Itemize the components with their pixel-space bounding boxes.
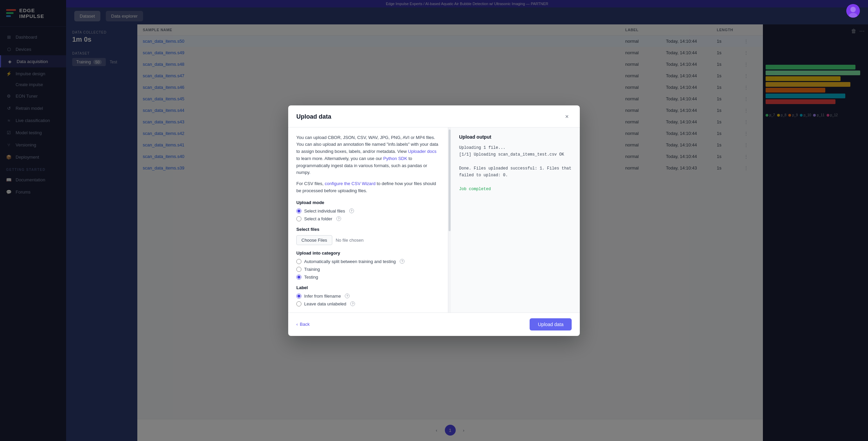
modal-body: You can upload CBOR, JSON, CSV, WAV, JPG… (288, 127, 580, 313)
user-avatar[interactable] (846, 4, 860, 18)
upload-category-group: Automatically split between training and… (296, 259, 440, 280)
back-arrow-icon: ‹ (296, 322, 298, 327)
modal-left-panel: You can upload CBOR, JSON, CSV, WAV, JPG… (288, 127, 448, 313)
csv-wizard-link[interactable]: configure the CSV Wizard (325, 181, 376, 186)
python-sdk-link[interactable]: Python SDK (383, 156, 407, 161)
log-line-4: Done. Files uploaded successful: 1. File… (459, 165, 572, 179)
upload-modal: Upload data × You can upload CBOR, JSON,… (288, 105, 580, 336)
upload-mode-group: Select individual files ? Select a folde… (296, 208, 440, 221)
output-title: Upload output (459, 134, 572, 140)
help-icon: ? (349, 208, 354, 213)
file-input-area: Choose Files No file chosen (296, 235, 440, 245)
radio-training[interactable]: Training (296, 267, 440, 272)
radio-folder-input[interactable] (296, 216, 301, 221)
uploader-docs-link[interactable]: Uploader docs (408, 149, 436, 154)
back-button[interactable]: ‹ Back (296, 322, 310, 327)
log-line-1: Uploading 1 file... (459, 144, 572, 151)
label-group: Infer from filename ? Leave data unlabel… (296, 294, 440, 306)
radio-testing[interactable]: Testing (296, 275, 440, 280)
modal-overlay: Upload data × You can upload CBOR, JSON,… (0, 0, 868, 441)
modal-right-panel: Upload output Uploading 1 file... [1/1] … (451, 127, 580, 313)
radio-infer-input[interactable] (296, 294, 301, 299)
upload-mode-title: Upload mode (296, 200, 440, 205)
radio-individual-files[interactable]: Select individual files ? (296, 208, 440, 214)
output-log: Uploading 1 file... [1/1] Uploading scan… (459, 144, 572, 193)
log-line-2: [1/1] Uploading scan_data_items_test.csv… (459, 151, 572, 158)
upload-data-button[interactable]: Upload data (530, 318, 572, 330)
modal-title: Upload data (296, 113, 331, 120)
upload-category-title: Upload into category (296, 250, 440, 256)
avatar-image (846, 4, 860, 18)
scroll-track[interactable] (448, 127, 451, 313)
radio-training-input[interactable] (296, 267, 301, 272)
radio-select-folder[interactable]: Select a folder ? (296, 216, 440, 221)
radio-unlabeled-input[interactable] (296, 301, 301, 306)
help-icon-4: ? (345, 294, 350, 298)
modal-close-button[interactable]: × (562, 112, 572, 122)
log-line-success: Job completed (459, 186, 572, 193)
modal-header: Upload data × (288, 105, 580, 127)
radio-auto-split-input[interactable] (296, 259, 301, 264)
scroll-thumb (449, 129, 451, 231)
radio-leave-unlabeled[interactable]: Leave data unlabeled ? (296, 301, 440, 306)
help-icon-2: ? (336, 216, 341, 221)
modal-csv-description: For CSV files, configure the CSV Wizard … (296, 180, 440, 195)
select-files-title: Select files (296, 227, 440, 232)
no-file-text: No file chosen (336, 238, 363, 243)
modal-description: You can upload CBOR, JSON, CSV, WAV, JPG… (296, 134, 440, 177)
radio-testing-input[interactable] (296, 275, 301, 280)
log-line-5 (459, 179, 572, 185)
choose-files-button[interactable]: Choose Files (296, 235, 332, 245)
radio-auto-split[interactable]: Automatically split between training and… (296, 259, 440, 264)
svg-point-1 (850, 7, 856, 12)
modal-left-wrap: You can upload CBOR, JSON, CSV, WAV, JPG… (288, 127, 451, 313)
help-icon-5: ? (350, 301, 355, 306)
help-icon-3: ? (400, 259, 405, 264)
log-line-3 (459, 158, 572, 165)
label-section-title: Label (296, 285, 440, 290)
radio-infer-filename[interactable]: Infer from filename ? (296, 294, 440, 299)
modal-footer: ‹ Back Upload data (288, 313, 580, 336)
radio-individual-input[interactable] (296, 208, 301, 214)
